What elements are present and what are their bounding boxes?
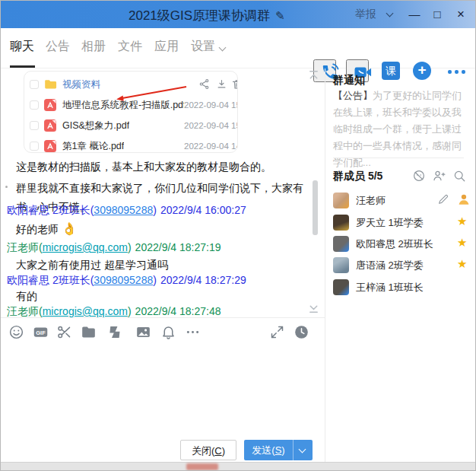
qq-group-chat-window: 2021级GIS原理课协调群✎ 举报 — □ × 聊天 公告 相册 文件 应用 … [0, 0, 476, 471]
file-checkbox[interactable] [30, 142, 39, 151]
report-button[interactable]: 举报 [355, 8, 376, 21]
avatar[interactable] [333, 236, 349, 252]
tab-album[interactable]: 相册 [81, 39, 106, 55]
file-name[interactable]: 第1章 概论.pdf [62, 140, 124, 153]
file-message-card: 视频资料 地理信息系统教程-扫描版.pdf 2022-09-04 15: [24, 71, 238, 153]
bell-icon[interactable] [158, 323, 178, 342]
file-row[interactable]: GIS&想象力.pdf 2022-09-04 15: [24, 116, 238, 136]
tab-announcement[interactable]: 公告 [46, 39, 70, 55]
tab-settings[interactable]: 设置 [191, 39, 215, 55]
download-icon[interactable] [216, 78, 230, 92]
maximize-button[interactable]: □ [427, 5, 447, 24]
image-icon[interactable] [133, 323, 153, 342]
folder-name[interactable]: 视频资料 [62, 78, 100, 91]
file-date: 2022-09-04 14: [184, 142, 238, 151]
file-checkbox[interactable] [30, 100, 39, 110]
chat-message-list: 这是教材的扫描版，基本上和大家发的教材是吻合的。 群里我就不直接和大家说了，你们… [1, 154, 313, 317]
file-date: 2022-09-04 15: [184, 100, 238, 110]
emoji-icon[interactable] [6, 323, 26, 342]
message-time: 2022/9/4 16:00:27 [160, 204, 246, 216]
edit-card-pencil-icon[interactable] [437, 193, 450, 206]
member-name: 罗天立 1班学委 [356, 216, 424, 230]
add-member-icon[interactable] [432, 169, 446, 183]
send-button[interactable]: 发送(S) [244, 440, 293, 460]
group-notice-body[interactable]: 【公告】为了更好的让同学们在线上课，班长和学委以及我临时组成一个群，便于上课过程… [333, 88, 470, 171]
member-row[interactable]: 王梓涵 1班班长 [328, 278, 474, 298]
active-tab-underline [10, 65, 35, 68]
add-button[interactable]: + [413, 62, 431, 80]
chat-message: 大家之前有使用过 超星学习通吗 [16, 257, 168, 272]
class-app-button[interactable]: 课 [382, 62, 400, 80]
file-checkbox[interactable] [30, 121, 39, 130]
screenshot-scissors-icon[interactable] [54, 323, 74, 342]
member-row[interactable]: 欧阳睿思 2班班长 ★ [328, 234, 474, 255]
search-members-icon[interactable] [452, 169, 467, 183]
member-row[interactable]: 罗天立 1班学委 ★ [328, 213, 474, 234]
sender-name: 汪老师 [7, 305, 39, 317]
window-bottom-edge [1, 462, 476, 471]
sender-qq-link[interactable]: 3098095288 [94, 204, 153, 216]
member-name: 唐语涵 2班学委 [356, 259, 424, 272]
close-window-button[interactable]: × [451, 5, 471, 24]
more-menu-button[interactable] [448, 69, 468, 74]
folder-checkbox[interactable] [30, 80, 39, 89]
send-options-chevron[interactable] [293, 440, 313, 460]
tab-apps[interactable]: 应用 [154, 39, 179, 55]
report-chevron-down-icon[interactable] [386, 10, 394, 18]
share-icon[interactable] [198, 78, 212, 92]
sender-email-link[interactable]: microgis@qq.com [43, 305, 128, 317]
more-tools-icon[interactable] [182, 323, 202, 342]
input-toolbar: GIF [1, 317, 325, 348]
gif-icon[interactable]: GIF [30, 323, 50, 342]
pdf-icon [44, 119, 56, 135]
avatar[interactable] [333, 279, 349, 295]
star-badge-icon: ★ [457, 215, 467, 228]
message-bullet [5, 186, 8, 188]
group-members-title: 群成员 5/5 [333, 170, 382, 183]
chat-scrollbar-thumb[interactable] [313, 180, 318, 235]
delete-icon[interactable] [231, 78, 238, 92]
pdf-icon [44, 140, 56, 153]
message-sender-line: 欧阳睿思 2班班长(3098095288)2022/9/4 18:27:29 [7, 273, 246, 288]
send-file-folder-icon[interactable] [78, 323, 98, 342]
avatar[interactable] [333, 193, 349, 208]
close-chat-button[interactable]: 关闭(C) [180, 440, 236, 460]
folder-row[interactable]: 视频资料 [24, 75, 238, 95]
file-name[interactable]: GIS&想象力.pdf [62, 119, 129, 132]
member-count: 5/5 [368, 170, 382, 182]
tab-chat[interactable]: 聊天 [10, 39, 34, 55]
shake-window-icon[interactable] [104, 323, 124, 342]
folder-icon [44, 78, 57, 93]
message-time: 2022/9/4 18:27:19 [135, 241, 221, 253]
edit-title-icon[interactable]: ✎ [275, 9, 285, 22]
sender-name: 欧阳睿思 2班班长 [7, 204, 90, 216]
member-name: 欧阳睿思 2班班长 [356, 237, 433, 251]
scroll-to-top-icon[interactable] [308, 69, 320, 81]
settings-chevron-down-icon[interactable] [219, 44, 227, 52]
sender-name: 欧阳睿思 2班班长 [7, 274, 90, 286]
message-sender-line: 汪老师(microgis@qq.com)2022/9/4 18:27:19 [7, 240, 221, 255]
chat-message: 这是教材的扫描版，基本上和大家发的教材是吻合的。 [16, 159, 271, 174]
avatar[interactable] [333, 257, 349, 273]
member-row[interactable]: 汪老师 [328, 191, 474, 212]
mute-all-icon[interactable] [412, 169, 427, 183]
star-badge-icon: ★ [457, 236, 467, 250]
chat-message: 好的老师 👌 [16, 221, 77, 237]
member-row[interactable]: 唐语涵 2班学委 ★ [328, 256, 474, 276]
avatar[interactable] [333, 215, 349, 231]
message-time: 2022/9/4 18:27:29 [160, 274, 246, 286]
message-input[interactable] [2, 349, 320, 433]
file-row[interactable]: 第1章 概论.pdf 2022-09-04 14: [24, 137, 238, 153]
message-history-icon[interactable] [291, 323, 311, 342]
sender-qq-link[interactable]: 3098095288 [94, 274, 153, 286]
file-row[interactable]: 地理信息系统教程-扫描版.pdf 2022-09-04 15: [24, 96, 238, 116]
file-name[interactable]: 地理信息系统教程-扫描版.pdf [62, 99, 184, 112]
sender-email-link[interactable]: microgis@qq.com [43, 241, 128, 253]
expand-input-icon[interactable] [267, 323, 287, 342]
member-name: 汪老师 [356, 194, 386, 208]
notice-tag: 【公告】 [333, 90, 373, 101]
tab-files[interactable]: 文件 [118, 39, 142, 55]
sender-name: 汪老师 [7, 241, 39, 253]
send-button-group: 发送(S) [244, 440, 313, 460]
minimize-button[interactable]: — [405, 5, 424, 24]
